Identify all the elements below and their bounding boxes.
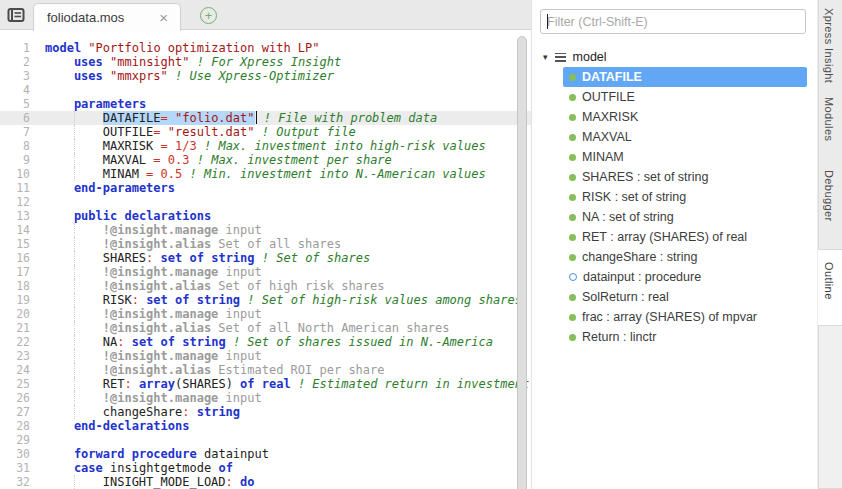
code-line[interactable]: 20!@insight.manage input	[0, 307, 531, 321]
code-line[interactable]: 2uses "mminsight" ! For Xpress Insight	[0, 55, 531, 69]
line-number[interactable]: 26	[0, 391, 30, 405]
line-number[interactable]: 30	[0, 447, 30, 461]
token-ann: !@insight.manage	[103, 307, 219, 321]
file-list-icon[interactable]	[7, 7, 25, 23]
line-number[interactable]: 32	[0, 475, 30, 489]
line-number[interactable]: 7	[0, 125, 30, 139]
tree-item-na[interactable]: NA : set of string	[563, 207, 807, 227]
tree-item-outfile[interactable]: OUTFILE	[563, 87, 807, 107]
close-icon[interactable]: ×	[157, 10, 170, 25]
code-line[interactable]: 7OUTFILE= "result.dat" ! Output file	[0, 125, 531, 139]
side-tab-xpress-insight[interactable]: Xpress Insight	[823, 8, 835, 83]
tab-foliodata[interactable]: foliodata.mos ×	[33, 3, 181, 31]
code-line[interactable]: 5parameters	[0, 97, 531, 111]
code-line[interactable]: 14!@insight.manage input	[0, 223, 531, 237]
tree-item-minam[interactable]: MINAM	[563, 147, 807, 167]
code-line[interactable]: 31case insightgetmode of	[0, 461, 531, 475]
line-number[interactable]: 9	[0, 153, 30, 167]
tree-item-shares[interactable]: SHARES : set of string	[563, 167, 807, 187]
code-line[interactable]: 25RET: array(SHARES) of real ! Estimated…	[0, 377, 531, 391]
line-number[interactable]: 8	[0, 139, 30, 153]
code-line[interactable]: 3uses "mmxprs" ! Use Xpress-Optimizer	[0, 69, 531, 83]
code-line[interactable]: 22NA: set of string ! Set of shares issu…	[0, 335, 531, 349]
tree-item-risk[interactable]: RISK : set of string	[563, 187, 807, 207]
model-menu-icon[interactable]	[555, 53, 566, 62]
collapse-arrow-icon[interactable]: ▾	[543, 52, 548, 62]
code-line[interactable]: 9MAXVAL = 0.3 ! Max. investment per shar…	[0, 153, 531, 167]
line-number[interactable]: 12	[0, 195, 30, 209]
side-tab-outline[interactable]: Outline	[823, 262, 835, 300]
tree-item-frac[interactable]: frac : array (SHARES) of mpvar	[563, 307, 807, 327]
code-line[interactable]: 27changeShare: string	[0, 405, 531, 419]
line-number[interactable]: 27	[0, 405, 30, 419]
code-line[interactable]: 15!@insight.alias Set of all shares	[0, 237, 531, 251]
line-number[interactable]: 1	[0, 41, 30, 55]
code-line[interactable]: 19RISK: set of string ! Set of high-risk…	[0, 293, 531, 307]
line-number[interactable]: 19	[0, 293, 30, 307]
line-number[interactable]: 15	[0, 237, 30, 251]
side-tab-modules[interactable]: Modules	[823, 97, 835, 141]
editor-scrollbar-thumb[interactable]	[517, 36, 527, 489]
code-line[interactable]: 11end-parameters	[0, 181, 531, 195]
token-pl	[255, 251, 262, 265]
code-line[interactable]: 18!@insight.alias Set of high risk share…	[0, 279, 531, 293]
line-number[interactable]: 29	[0, 433, 30, 447]
line-number[interactable]: 3	[0, 69, 30, 83]
code-line[interactable]: 26!@insight.manage input	[0, 391, 531, 405]
code-line[interactable]: 8MAXRISK = 1/3 ! Max. investment into hi…	[0, 139, 531, 153]
code-line[interactable]: 21!@insight.alias Set of all North Ameri…	[0, 321, 531, 335]
line-number[interactable]: 13	[0, 209, 30, 223]
code-line[interactable]: 23!@insight.manage input	[0, 349, 531, 363]
line-number[interactable]: 5	[0, 97, 30, 111]
filter-input[interactable]	[540, 9, 806, 34]
tree-item-changeshare[interactable]: changeShare : string	[563, 247, 807, 267]
line-number[interactable]: 18	[0, 279, 30, 293]
line-number[interactable]: 17	[0, 265, 30, 279]
code-line[interactable]: 28end-declarations	[0, 419, 531, 433]
line-number[interactable]: 23	[0, 349, 30, 363]
code-line[interactable]: 12	[0, 195, 531, 209]
code-line[interactable]: 32INSIGHT_MODE_LOAD: do	[0, 475, 531, 489]
tree-item-return[interactable]: Return : linctr	[563, 327, 807, 347]
code-line[interactable]: 29	[0, 433, 531, 447]
line-number[interactable]: 24	[0, 363, 30, 377]
xpress-workbench-window: foliodata.mos × + 1model "Portfolio opti…	[0, 0, 842, 489]
line-number[interactable]: 28	[0, 419, 30, 433]
line-number[interactable]: 21	[0, 321, 30, 335]
line-number[interactable]: 25	[0, 377, 30, 391]
side-tab-debugger[interactable]: Debugger	[823, 170, 835, 222]
code-line[interactable]: 1model "Portfolio optimization with LP"	[0, 41, 531, 55]
tree-item-label: datainput : procedure	[583, 270, 701, 284]
code-line[interactable]: 16SHARES: set of string ! Set of shares	[0, 251, 531, 265]
new-tab-button[interactable]: +	[200, 7, 217, 24]
code-line[interactable]: 6DATAFILE= "folio.dat" ! File with probl…	[0, 111, 531, 125]
tree-root-model[interactable]: ▾ model	[532, 47, 817, 67]
token-pl	[153, 167, 160, 181]
line-number[interactable]: 11	[0, 181, 30, 195]
code-editor[interactable]: 1model "Portfolio optimization with LP"2…	[0, 31, 531, 489]
line-number[interactable]: 16	[0, 251, 30, 265]
line-number[interactable]: 22	[0, 335, 30, 349]
tree-item-datafile[interactable]: DATAFILE	[563, 67, 807, 87]
line-number[interactable]: 2	[0, 55, 30, 69]
tree-item-datainput[interactable]: datainput : procedure	[563, 267, 807, 287]
code-line[interactable]: 10MINAM = 0.5 ! Min. investment into N.-…	[0, 167, 531, 181]
line-number[interactable]: 14	[0, 223, 30, 237]
line-number[interactable]: 10	[0, 167, 30, 181]
token-pl	[153, 251, 160, 265]
code-line[interactable]: 4	[0, 83, 531, 97]
code-line[interactable]: 30forward procedure datainput	[0, 447, 531, 461]
tree-item-maxval[interactable]: MAXVAL	[563, 127, 807, 147]
line-number[interactable]: 6	[0, 111, 30, 125]
code-line[interactable]: 13public declarations	[0, 209, 531, 223]
line-number[interactable]: 4	[0, 83, 30, 97]
code-line[interactable]: 24!@insight.alias Estimated ROI per shar…	[0, 363, 531, 377]
tree-item-ret[interactable]: RET : array (SHARES) of real	[563, 227, 807, 247]
tree-item-solreturn[interactable]: SolReturn : real	[563, 287, 807, 307]
line-number[interactable]: 20	[0, 307, 30, 321]
line-number[interactable]: 31	[0, 461, 30, 475]
code-line[interactable]: 17!@insight.manage input	[0, 265, 531, 279]
token-ann: !@insight.manage	[103, 223, 219, 237]
code-text: !@insight.manage input	[45, 349, 262, 363]
tree-item-maxrisk[interactable]: MAXRISK	[563, 107, 807, 127]
